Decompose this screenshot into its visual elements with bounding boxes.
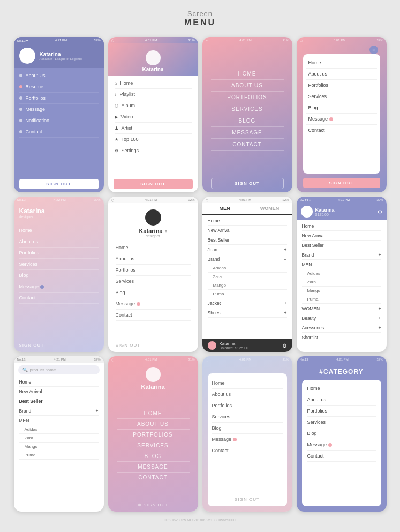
fashion-item-jean-7[interactable]: Jean+	[208, 245, 287, 254]
fashion-item-puma-7[interactable]: Puma	[208, 290, 287, 298]
menu-item-message-5[interactable]: Message	[19, 281, 99, 293]
menu-item-services-5[interactable]: Services	[19, 259, 99, 270]
item-bestseller-8[interactable]: Best Seller	[302, 241, 381, 250]
popup-item-contact-4[interactable]: Contact	[306, 125, 377, 136]
tab-women-7[interactable]: WOMEN	[247, 203, 292, 214]
menu-item-portfolios-5[interactable]: Portfolios	[19, 248, 99, 259]
item-shortlist-8[interactable]: Shortlist	[302, 333, 381, 342]
popup-item-message-4[interactable]: Message	[306, 114, 377, 125]
menu-item-home-11[interactable]: Home	[212, 378, 283, 389]
menu-item-contact-1[interactable]: Contact	[19, 126, 99, 138]
cat-item-contact-12[interactable]: Contact	[307, 451, 376, 462]
menu-item-blog-5[interactable]: Blog	[19, 270, 99, 281]
menu-item-home-10[interactable]: HOME	[117, 408, 190, 419]
fashion-item-shoes-7[interactable]: Shoes+	[208, 308, 287, 318]
sign-out-2[interactable]: SIGN OUT	[114, 179, 193, 189]
item-beauty-8[interactable]: Beauty+	[302, 313, 381, 323]
item-acessories-8[interactable]: Acessories+	[302, 323, 381, 333]
item-bestseller-9[interactable]: Best Seller	[19, 396, 99, 406]
sign-out-11[interactable]: SIGN OUT	[212, 494, 283, 502]
menu-item-contact-10[interactable]: CONTACT	[117, 473, 190, 483]
item-mango-9[interactable]: Mango	[19, 443, 99, 451]
item-brand-9[interactable]: Brand+	[19, 406, 99, 416]
menu-item-portfolios-10[interactable]: PORTFOLIOS	[117, 430, 190, 440]
menu-item-aboutus-11[interactable]: About us	[212, 389, 283, 400]
item-men-9[interactable]: MEN−	[19, 416, 99, 425]
menu-item-contact-3[interactable]: CONTACT	[211, 139, 284, 151]
menu-item-services-10[interactable]: SERVICES	[117, 440, 190, 451]
menu-item-resume-1[interactable]: Resume	[19, 81, 99, 93]
cat-item-services-12[interactable]: Services	[307, 417, 376, 428]
fashion-item-newarrival-7[interactable]: New Arrival	[208, 226, 287, 235]
menu-item-blog-11[interactable]: Blog	[212, 423, 283, 434]
sign-out-3[interactable]: SIGN OUT	[211, 178, 284, 189]
sign-out-6[interactable]: SIGN OUT	[116, 343, 191, 348]
menu-item-home-3[interactable]: HOME	[211, 68, 284, 80]
settings-icon-8[interactable]: ⚙	[378, 209, 382, 215]
item-women-8[interactable]: WOMEN+	[302, 304, 381, 313]
menu-item-top100-2[interactable]: ★Top 100	[115, 134, 192, 145]
close-btn-4[interactable]: ×	[369, 46, 378, 54]
sign-out-10[interactable]: ⊕ SIGN OUT	[117, 503, 190, 507]
menu-item-blog-6[interactable]: Blog	[116, 287, 191, 298]
cat-item-home-12[interactable]: Home	[307, 383, 376, 394]
fashion-item-home-7[interactable]: Home	[208, 216, 287, 226]
back-icon-3[interactable]: ←	[206, 39, 209, 42]
search-bar-9[interactable]: 🔍 product name	[18, 365, 100, 374]
menu-item-message-10[interactable]: MESSAGE	[117, 462, 190, 473]
popup-item-services-4[interactable]: Services	[306, 91, 377, 102]
menu-item-portfolios-3[interactable]: PORTFOLIOS	[211, 92, 284, 103]
menu-item-contact-6[interactable]: Contact	[116, 310, 191, 321]
menu-item-aboutus-1[interactable]: About Us	[19, 70, 99, 81]
tab-men-7[interactable]: MEN	[202, 203, 247, 215]
item-adidas-8[interactable]: Adidas	[302, 269, 381, 278]
popup-item-aboutus-4[interactable]: About us	[306, 69, 377, 80]
menu-item-portfolios-1[interactable]: Portfolios	[19, 93, 99, 104]
menu-item-services-6[interactable]: Services	[116, 276, 191, 287]
cat-item-message-12[interactable]: Message	[307, 439, 376, 451]
footer-icon-7[interactable]: ⚙	[282, 343, 287, 349]
menu-item-home-5[interactable]: Home	[19, 225, 99, 236]
fashion-item-adidas-7[interactable]: Adidas	[208, 264, 287, 273]
menu-item-message-11[interactable]: Message	[212, 434, 283, 445]
fashion-item-brand-7[interactable]: Brand−	[208, 254, 287, 264]
sign-out-1[interactable]: SIGN OUT	[19, 179, 99, 189]
item-brand-8[interactable]: Brand+	[302, 250, 381, 260]
fashion-item-mango-7[interactable]: Mango	[208, 281, 287, 290]
item-zara-8[interactable]: Zara	[302, 278, 381, 287]
menu-item-portfolios-11[interactable]: Portfolios	[212, 400, 283, 411]
menu-item-message-3[interactable]: MESSAGE	[211, 127, 284, 139]
menu-item-services-11[interactable]: Services	[212, 411, 283, 423]
menu-item-album-2[interactable]: Album	[115, 100, 192, 111]
item-men-8[interactable]: MEN−	[302, 260, 381, 269]
menu-item-video-2[interactable]: ▶Video	[115, 111, 192, 123]
menu-item-blog-10[interactable]: BLOG	[117, 451, 190, 462]
menu-item-notification-1[interactable]: Notification	[19, 115, 99, 126]
sign-out-4[interactable]: SIGN OUT	[303, 178, 380, 188]
cat-item-aboutus-12[interactable]: About us	[307, 394, 376, 406]
menu-item-message-1[interactable]: Message	[19, 104, 99, 115]
menu-item-home-6[interactable]: Home	[116, 242, 191, 253]
item-puma-8[interactable]: Puma	[302, 295, 381, 304]
menu-item-aboutus-3[interactable]: ABOUT US	[211, 80, 284, 92]
popup-item-home-4[interactable]: Home	[306, 57, 377, 69]
menu-item-playlist-2[interactable]: ♪Playlist	[115, 89, 192, 100]
sign-out-5[interactable]: SIGN OUT	[19, 343, 99, 348]
menu-item-services-3[interactable]: SERVICES	[211, 103, 284, 115]
menu-item-blog-3[interactable]: BLOG	[211, 115, 284, 127]
menu-item-artist-2[interactable]: ♟Artist	[115, 123, 192, 134]
cat-item-blog-12[interactable]: Blog	[307, 428, 376, 439]
menu-item-contact-11[interactable]: Contact	[212, 445, 283, 456]
fashion-item-bestseller-7[interactable]: Best Seller	[208, 235, 287, 245]
item-puma-9[interactable]: Puma	[19, 451, 99, 460]
item-newarrival-8[interactable]: New Arrival	[302, 231, 381, 241]
popup-item-blog-4[interactable]: Blog	[306, 102, 377, 114]
menu-item-aboutus-6[interactable]: About us	[116, 253, 191, 265]
menu-item-settings-2[interactable]: ⚙Settings	[115, 145, 192, 156]
popup-item-portfolios-4[interactable]: Portfolios	[306, 80, 377, 91]
item-newarrival-9[interactable]: New Arrival	[19, 387, 99, 396]
menu-item-contact-5[interactable]: Contact	[19, 293, 99, 304]
item-mango-8[interactable]: Mango	[302, 287, 381, 295]
menu-item-aboutus-10[interactable]: ABOUT US	[117, 419, 190, 430]
fashion-item-jacket-7[interactable]: Jacket+	[208, 298, 287, 308]
